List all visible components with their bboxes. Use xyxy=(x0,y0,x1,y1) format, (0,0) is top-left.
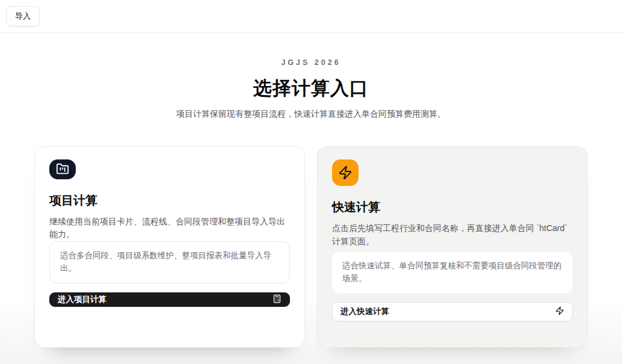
project-card-description: 继续使用当前项目卡片、流程线、合同段管理和整项目导入导出能力。 xyxy=(49,215,290,241)
enter-quick-calculation-button[interactable]: 进入快速计算 xyxy=(332,302,573,321)
project-calculation-card[interactable]: 项目计算 继续使用当前项目卡片、流程线、合同段管理和整项目导入导出能力。 适合多… xyxy=(34,146,305,348)
import-button[interactable]: 导入 xyxy=(6,6,40,26)
project-card-title: 项目计算 xyxy=(49,193,290,209)
topbar: 导入 xyxy=(0,0,622,33)
folder-kanban-icon xyxy=(49,159,76,179)
enter-project-calculation-label: 进入项目计算 xyxy=(58,294,106,305)
entry-cards: 项目计算 继续使用当前项目卡片、流程线、合同段管理和整项目导入导出能力。 适合多… xyxy=(34,146,588,348)
hero-section: JGJS 2026 选择计算入口 项目计算保留现有整项目流程，快速计算直接进入单… xyxy=(0,58,622,120)
page-subtitle: 项目计算保留现有整项目流程，快速计算直接进入单合同预算费用测算。 xyxy=(0,109,622,120)
enter-project-calculation-button[interactable]: 进入项目计算 xyxy=(49,292,290,307)
quick-calculation-card[interactable]: 快速计算 点击后先填写工程行业和合同名称，再直接进入单合同 `htCard` 计… xyxy=(317,146,588,348)
zap-small-icon xyxy=(555,306,564,317)
quick-card-title: 快速计算 xyxy=(332,199,573,215)
main-content: JGJS 2026 选择计算入口 项目计算保留现有整项目流程，快速计算直接进入单… xyxy=(0,33,622,364)
page-title: 选择计算入口 xyxy=(0,76,622,101)
eyebrow-label: JGJS 2026 xyxy=(0,58,622,67)
quick-card-note: 适合快速试算、单合同预算复核和不需要项目级合同段管理的场景。 xyxy=(332,252,573,293)
project-card-spacer xyxy=(49,307,290,335)
project-card-note: 适合多合同段、项目级系数维护、整项目报表和批量导入导出。 xyxy=(49,241,290,283)
quick-card-description: 点击后先填写工程行业和合同名称，再直接进入单合同 `htCard` 计算页面。 xyxy=(332,222,573,248)
calculator-icon xyxy=(273,294,282,305)
enter-quick-calculation-label: 进入快速计算 xyxy=(340,306,389,317)
quick-card-spacer xyxy=(332,321,573,335)
zap-icon xyxy=(332,159,359,186)
